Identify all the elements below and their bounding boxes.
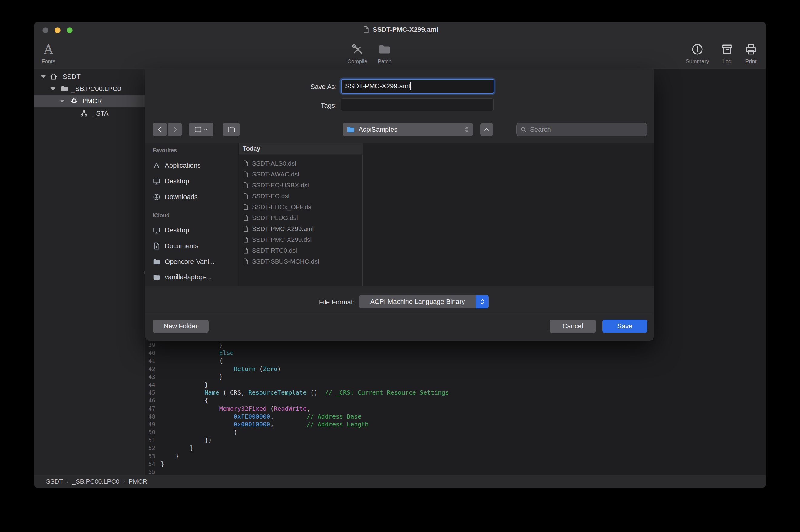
compile-tools-icon xyxy=(351,43,364,56)
document-icon xyxy=(242,182,249,189)
cancel-button[interactable]: Cancel xyxy=(550,320,596,333)
tags-input[interactable] xyxy=(341,98,494,111)
line-number: 46 xyxy=(145,396,155,404)
folder-icon xyxy=(227,126,235,133)
tree-item-ssdt[interactable]: SSDT xyxy=(34,71,145,82)
save-as-input[interactable]: SSDT-PMC-X299.aml xyxy=(341,79,494,94)
code-line: 47 Memory32Fixed (ReadWrite, xyxy=(145,405,766,413)
toolbar-print-button[interactable]: Print xyxy=(739,41,763,68)
sidebar-item-documents[interactable]: Documents xyxy=(145,240,239,253)
toolbar-fonts-button[interactable]: A Fonts xyxy=(36,41,60,68)
applications-icon xyxy=(153,162,161,169)
location-value: AcpiSamples xyxy=(358,126,397,133)
toolbar-log-button[interactable]: Log xyxy=(715,41,739,68)
breadcrumb-separator: › xyxy=(123,478,125,485)
app-window: SSDT-PMC-X299.aml A Fonts Compile Patch … xyxy=(34,22,766,488)
document-icon xyxy=(242,193,249,200)
file-row[interactable]: SSDT-EC.dsl xyxy=(239,191,363,202)
search-input[interactable] xyxy=(529,125,643,134)
line-number: 41 xyxy=(145,357,155,365)
document-icon xyxy=(242,236,249,243)
file-row[interactable]: SSDT-PLUG.dsl xyxy=(239,212,363,223)
toolbar-compile-button[interactable]: Compile xyxy=(342,41,372,68)
toolbar-patch-button[interactable]: Patch xyxy=(372,41,397,68)
tree-item-sb-pc00-lpc0[interactable]: _SB.PC00.LPC0 xyxy=(34,82,145,95)
sidebar-item-opencore-folder[interactable]: Opencore-Vani... xyxy=(145,255,239,268)
back-button[interactable] xyxy=(153,123,167,136)
window-header: SSDT-PMC-X299.aml A Fonts Compile Patch … xyxy=(34,22,766,69)
file-row[interactable]: SSDT-SBUS-MCHC.dsl xyxy=(239,256,363,267)
fonts-icon: A xyxy=(44,41,53,58)
chevron-up-icon xyxy=(483,126,490,133)
sidebar-item-downloads[interactable]: Downloads xyxy=(145,190,239,204)
line-number: 44 xyxy=(145,381,155,388)
file-row[interactable]: SSDT-ALS0.dsl xyxy=(239,158,363,169)
new-folder-button[interactable]: New Folder xyxy=(153,320,209,333)
line-number: 42 xyxy=(145,365,155,373)
code-line: 53 } xyxy=(145,452,766,460)
code-text: 0xFE000000, // Address Base xyxy=(161,413,361,420)
code-line: 55 xyxy=(145,468,766,476)
sidebar-item-vanilla-laptop-folder[interactable]: vanilla-laptop-... xyxy=(145,270,239,284)
search-field[interactable] xyxy=(516,123,647,136)
code-line: 48 0xFE000000, // Address Base xyxy=(145,413,766,420)
folder-shortcut-button[interactable] xyxy=(223,123,240,136)
chevron-left-icon xyxy=(156,126,164,133)
document-proxy-icon xyxy=(362,26,370,34)
breadcrumb-separator: › xyxy=(67,478,69,485)
line-number: 49 xyxy=(145,420,155,428)
code-text: ) xyxy=(161,428,237,436)
code-text: } xyxy=(161,444,193,452)
icloud-header: iCloud xyxy=(153,212,170,219)
save-button[interactable]: Save xyxy=(602,320,647,333)
file-row[interactable]: SSDT-PMC-X299.aml xyxy=(239,223,363,234)
file-row[interactable]: SSDT-PMC-X299.dsl xyxy=(239,234,363,245)
line-number: 55 xyxy=(145,468,155,476)
disclosure-triangle-icon[interactable] xyxy=(41,75,46,78)
file-row[interactable]: SSDT-EHCx_OFF.dsl xyxy=(239,202,363,212)
code-line: 54} xyxy=(145,460,766,468)
forward-button[interactable] xyxy=(168,123,182,136)
file-row[interactable]: SSDT-AWAC.dsl xyxy=(239,169,363,180)
code-line: 52 } xyxy=(145,444,766,452)
code-text: Name (_CRS, ResourceTemplate () // _CRS:… xyxy=(161,388,449,396)
sidebar-item-desktop[interactable]: Desktop xyxy=(145,175,239,188)
file-browser-column: Today SSDT-ALS0.dsl SSDT-AWAC.dsl SSDT-E… xyxy=(239,143,363,286)
code-text: } xyxy=(161,460,164,468)
sidebar-tree: SSDT _SB.PC00.LPC0 PMCR _STA xyxy=(34,69,145,475)
sidebar-item-icloud-desktop[interactable]: Desktop xyxy=(145,224,239,237)
code-text: Return (Zero) xyxy=(161,365,281,373)
folder-icon xyxy=(153,273,161,281)
document-icon xyxy=(242,247,249,254)
line-number: 53 xyxy=(145,452,155,460)
print-icon xyxy=(744,43,758,56)
toolbar-summary-button[interactable]: Summary xyxy=(682,41,712,68)
line-number: 51 xyxy=(145,436,155,444)
file-format-value: ACPI Machine Language Binary xyxy=(370,298,465,306)
code-line: 45 Name (_CRS, ResourceTemplate () // _C… xyxy=(145,388,766,396)
disclosure-triangle-icon[interactable] xyxy=(51,88,55,91)
sidebar-item-applications[interactable]: Applications xyxy=(145,159,239,172)
line-number: 43 xyxy=(145,373,155,381)
code-text: } xyxy=(161,452,179,460)
group-header-today: Today xyxy=(239,143,363,155)
collapse-dialog-button[interactable] xyxy=(480,123,493,136)
tree-item-sta[interactable]: _STA xyxy=(34,107,145,119)
file-browser-empty-column xyxy=(363,143,654,286)
disclosure-triangle-icon[interactable] xyxy=(60,99,64,102)
code-line: 44 } xyxy=(145,381,766,388)
tree-item-pmcr[interactable]: PMCR xyxy=(34,95,145,107)
line-number: 50 xyxy=(145,428,155,436)
info-icon xyxy=(691,43,704,56)
code-line: 40 Else xyxy=(145,349,766,357)
chevron-right-icon xyxy=(171,126,179,133)
file-row[interactable]: SSDT-RTC0.dsl xyxy=(239,245,363,256)
code-text: }) xyxy=(161,436,212,444)
document-icon xyxy=(242,171,249,178)
file-format-popup[interactable]: ACPI Machine Language Binary xyxy=(359,295,489,308)
save-as-label: Save As: xyxy=(260,83,337,91)
file-row[interactable]: SSDT-EC-USBX.dsl xyxy=(239,180,363,191)
location-popup[interactable]: AcpiSamples xyxy=(343,123,473,136)
line-number: 45 xyxy=(145,388,155,396)
view-mode-button[interactable] xyxy=(189,123,213,136)
